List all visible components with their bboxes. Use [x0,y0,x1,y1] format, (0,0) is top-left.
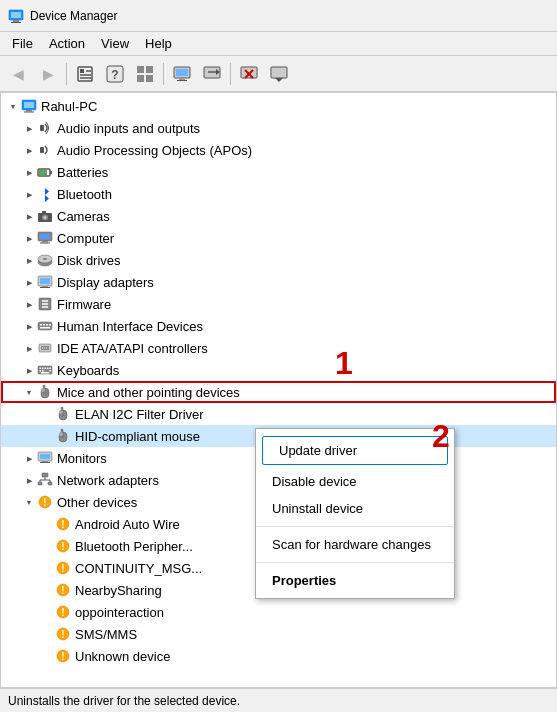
computer-icon [173,65,191,83]
tree-display[interactable]: Display adapters [1,271,556,293]
battery-icon [37,164,53,180]
tree-battery[interactable]: Batteries [1,161,556,183]
svg-rect-34 [50,171,52,174]
chevron-right-icon [27,211,32,221]
tree-mice[interactable]: Mice and other pointing devices [1,381,556,403]
chevron-right-icon [27,233,32,243]
svg-rect-92 [40,462,50,463]
svg-rect-32 [40,147,44,153]
menu-help[interactable]: Help [137,34,180,53]
hid-mouse-icon [55,428,71,444]
uninstall-device-item[interactable]: Uninstall device [256,495,454,522]
svg-rect-79 [41,388,45,392]
firmware-icon [37,296,53,312]
scan-button[interactable] [265,60,293,88]
monitors-expand-icon[interactable] [21,450,37,466]
sms-label: SMS/MMS [75,627,137,642]
oppo-expand-icon [39,604,55,620]
svg-text:!: ! [61,585,64,596]
scan-icon [270,65,288,83]
unknown-icon: ! [55,648,71,664]
display-icon [37,274,53,290]
svg-rect-70 [45,368,47,370]
tree-cameras[interactable]: Cameras [1,205,556,227]
tree-hid[interactable]: Human Interface Devices [1,315,556,337]
status-bar: Uninstalls the driver for the selected d… [0,688,557,712]
update-driver-button[interactable]: Update driver [262,436,448,465]
audio-expand-icon[interactable] [21,120,37,136]
tree-firmware[interactable]: Firmware [1,293,556,315]
svg-rect-84 [61,407,63,410]
chevron-right-icon [27,453,32,463]
menu-action[interactable]: Action [41,34,93,53]
uninstall-button[interactable] [235,60,263,88]
mice-expand-icon[interactable] [21,384,37,400]
tree-oppo[interactable]: ! oppointeraction [1,601,556,623]
scan-hardware-item[interactable]: Scan for hardware changes [256,531,454,558]
other-devices-icon: ! [37,494,53,510]
network-expand-icon[interactable] [21,472,37,488]
bluetooth-expand-icon[interactable] [21,186,37,202]
svg-rect-49 [40,278,50,284]
svg-rect-42 [40,234,50,239]
toolbar: ◀ ▶ ? [0,56,557,92]
audio-icon [37,120,53,136]
disk-expand-icon[interactable] [21,252,37,268]
svg-text:!: ! [61,541,64,552]
ide-icon [37,340,53,356]
svg-point-47 [43,258,47,260]
tree-audio[interactable]: Audio inputs and outputs [1,117,556,139]
hid-expand-icon[interactable] [21,318,37,334]
svg-rect-2 [13,20,19,22]
computer-button[interactable] [168,60,196,88]
ide-expand-icon[interactable] [21,340,37,356]
tree-ide[interactable]: IDE ATA/ATAPI controllers [1,337,556,359]
monitors-label: Monitors [57,451,107,466]
nearby-label: NearbySharing [75,583,162,598]
svg-rect-13 [137,75,144,82]
other-expand-icon[interactable] [21,494,37,510]
view-button[interactable] [131,60,159,88]
chevron-right-icon [27,321,32,331]
svg-rect-1 [11,12,21,18]
disable-device-item[interactable]: Disable device [256,468,454,495]
tree-keyboards[interactable]: Keyboards [1,359,556,381]
chevron-right-icon [27,365,32,375]
properties-button[interactable] [71,60,99,88]
svg-rect-88 [61,429,63,432]
display-label: Display adapters [57,275,154,290]
tree-disk[interactable]: Disk drives [1,249,556,271]
tree-elan[interactable]: ELAN I2C Filter Driver [1,403,556,425]
firmware-expand-icon[interactable] [21,296,37,312]
tree-unknown[interactable]: ! Unknown device [1,645,556,667]
chevron-right-icon [27,189,32,199]
menu-file[interactable]: File [4,34,41,53]
root-expand-icon[interactable] [5,98,21,114]
tree-sms[interactable]: ! SMS/MMS [1,623,556,645]
tree-bluetooth[interactable]: Bluetooth [1,183,556,205]
apo-expand-icon[interactable] [21,142,37,158]
title-bar-title: Device Manager [30,9,117,23]
menu-view[interactable]: View [93,34,137,53]
back-button[interactable]: ◀ [4,60,32,88]
properties-item[interactable]: Properties [256,567,454,594]
svg-rect-5 [80,69,84,73]
svg-rect-31 [40,125,44,131]
cameras-expand-icon[interactable] [21,208,37,224]
display-expand-icon[interactable] [21,274,37,290]
tree-computer[interactable]: Computer [1,227,556,249]
forward-button[interactable]: ▶ [34,60,62,88]
tree-root[interactable]: Rahul-PC [1,95,556,117]
svg-rect-66 [46,347,47,349]
battery-expand-icon[interactable] [21,164,37,180]
svg-rect-72 [50,368,52,370]
svg-rect-28 [24,102,34,108]
tree-apo[interactable]: Audio Processing Objects (APOs) [1,139,556,161]
svg-rect-59 [46,324,48,326]
help-button[interactable]: ? [101,60,129,88]
menu-bar: File Action View Help [0,32,557,56]
keyboards-expand-icon[interactable] [21,362,37,378]
svg-rect-50 [42,286,48,287]
computer-expand-icon[interactable] [21,230,37,246]
refresh-button[interactable] [198,60,226,88]
